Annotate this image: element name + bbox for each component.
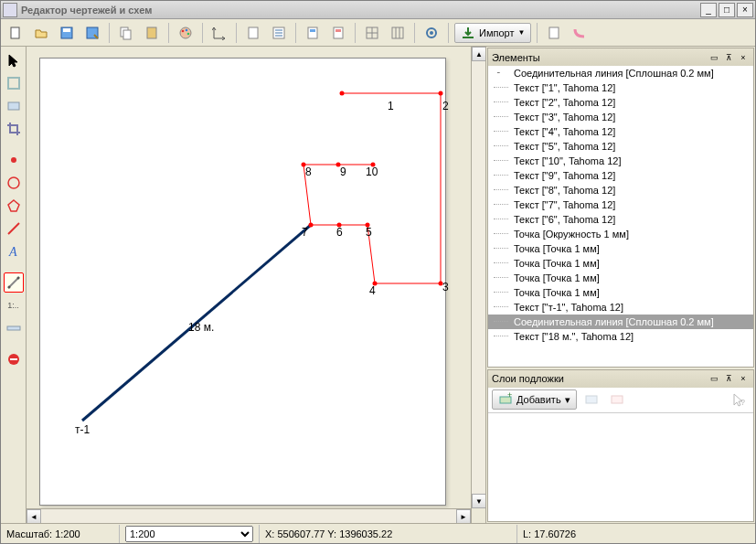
save-as-icon[interactable] — [81, 22, 103, 44]
scroll-up-icon[interactable]: ▲ — [472, 47, 485, 61]
scroll-track[interactable] — [472, 61, 485, 494]
tree-item[interactable]: Текст ["5", Tahoma 12] — [488, 139, 753, 154]
scroll-track[interactable] — [41, 509, 456, 523]
copy-icon[interactable] — [115, 22, 137, 44]
vertex-label: 2 — [442, 101, 449, 112]
scale-tool-icon[interactable]: 1:.. — [4, 295, 24, 315]
list-icon[interactable] — [268, 22, 290, 44]
delete-tool-icon[interactable] — [4, 349, 24, 369]
tree-item[interactable]: Текст ["6", Tahoma 12] — [488, 212, 753, 227]
scroll-down-icon[interactable]: ▼ — [472, 494, 485, 508]
layers-list[interactable] — [488, 413, 753, 521]
separator-icon — [202, 23, 203, 43]
tree-item[interactable]: Точка [Точка 1 мм] — [488, 271, 753, 285]
tree-item[interactable]: Текст ["4", Tahoma 12] — [488, 124, 753, 139]
elements-panel-header: Элементы ▭ ⊼ × — [488, 48, 753, 66]
tree-item[interactable]: Соединительная линия [Сплошная 0.2 мм] — [488, 66, 753, 80]
tree-item[interactable]: Точка [Окружность 1 мм] — [488, 227, 753, 241]
vertical-scrollbar[interactable]: ▲ ▼ — [471, 47, 485, 523]
tree-item[interactable]: Текст ["10", Tahoma 12] — [488, 154, 753, 168]
point-tool-icon[interactable] — [4, 150, 24, 170]
panel-close-icon[interactable]: × — [737, 51, 750, 64]
export2-icon[interactable] — [569, 22, 591, 44]
svg-rect-18 — [334, 27, 343, 38]
tree-item[interactable]: Точка [Точка 1 мм] — [488, 241, 753, 256]
settings-icon[interactable] — [421, 22, 442, 44]
ruler-tool-icon[interactable] — [4, 318, 24, 338]
open-icon[interactable] — [30, 22, 52, 44]
crop-tool-icon[interactable] — [4, 119, 24, 139]
add-layer-button[interactable]: + Добавить ▾ — [492, 389, 577, 410]
panel-float-icon[interactable]: ▭ — [708, 51, 720, 64]
polygon-tool-icon[interactable] — [4, 196, 24, 216]
tree-item[interactable]: Текст ["2", Tahoma 12] — [488, 95, 753, 110]
layers-panel-header: Слои подложки ▭ ⊼ × — [488, 370, 753, 388]
maximize-button[interactable]: □ — [719, 3, 735, 17]
svg-rect-23 — [392, 27, 403, 38]
tree-item[interactable]: Текст ["18 м.", Tahoma 12] — [488, 329, 753, 344]
drawing-svg — [40, 59, 447, 507]
text-tool-icon[interactable]: A — [4, 241, 24, 261]
doc1-icon[interactable] — [302, 22, 324, 44]
pan-tool-icon[interactable] — [4, 73, 24, 93]
measure-tool-icon[interactable] — [4, 272, 24, 293]
tree-item[interactable]: Текст ["8", Tahoma 12] — [488, 183, 753, 197]
panel-pin-icon[interactable]: ⊼ — [722, 372, 735, 385]
svg-point-32 — [11, 157, 16, 163]
rect-tool-icon[interactable] — [4, 96, 24, 116]
doc2-icon[interactable] — [327, 22, 349, 44]
import-button[interactable]: Импорт ▼ — [454, 23, 531, 43]
tree-item[interactable]: Текст ["9", Tahoma 12] — [488, 168, 753, 183]
grid1-icon[interactable] — [361, 22, 383, 44]
svg-rect-19 — [335, 29, 341, 32]
export1-icon[interactable] — [543, 22, 565, 44]
panel-pin-icon[interactable]: ⊼ — [722, 51, 735, 64]
tree-item[interactable]: Текст ["т-1", Tahoma 12] — [488, 300, 753, 315]
svg-rect-5 — [123, 30, 131, 39]
svg-rect-41 — [10, 358, 17, 360]
svg-point-7 — [180, 27, 191, 38]
svg-text:+: + — [507, 392, 512, 400]
elements-tree[interactable]: Соединительная линия [Сплошная 0.2 мм]Те… — [488, 66, 753, 367]
layers-body: + Добавить ▾ ? — [488, 388, 753, 521]
close-button[interactable]: × — [737, 3, 753, 17]
select-tool-icon[interactable] — [4, 50, 24, 70]
scroll-left-icon[interactable]: ◄ — [27, 509, 41, 523]
tree-item[interactable]: Точка [Точка 1 мм] — [488, 285, 753, 300]
scale-select[interactable]: 1:200 — [125, 526, 253, 542]
page-icon[interactable] — [242, 22, 264, 44]
separator-icon — [448, 23, 449, 43]
new-icon[interactable] — [5, 22, 27, 44]
paste-icon[interactable] — [141, 22, 163, 44]
drawing-canvas[interactable]: 1 2 3 4 5 6 7 8 9 10 т-1 18 м. — [39, 58, 446, 506]
horizontal-scrollbar[interactable]: ◄ ► — [27, 508, 471, 523]
svg-rect-57 — [612, 396, 623, 403]
svg-point-9 — [186, 28, 188, 31]
tree-item[interactable]: Текст ["1", Tahoma 12] — [488, 80, 753, 95]
palette-icon[interactable] — [175, 22, 197, 44]
vertex-label: 8 — [305, 166, 312, 177]
panel-float-icon[interactable]: ▭ — [708, 372, 720, 385]
tree-item[interactable]: Точка [Точка 1 мм] — [488, 256, 753, 271]
layer-help-icon[interactable]: ? — [728, 389, 750, 411]
tree-item[interactable]: Текст ["3", Tahoma 12] — [488, 110, 753, 124]
separator-icon — [168, 23, 169, 43]
plus-icon: + — [498, 392, 513, 407]
line-tool-icon[interactable] — [4, 219, 24, 239]
grid2-icon[interactable] — [387, 22, 409, 44]
circle-tool-icon[interactable] — [4, 173, 24, 193]
app-icon — [3, 3, 17, 17]
panel-close-icon[interactable]: × — [737, 372, 750, 385]
tree-item[interactable]: Соединительная линия [Сплошная 0.2 мм] — [488, 315, 753, 329]
svg-point-10 — [187, 32, 190, 35]
layer-delete-icon[interactable] — [606, 389, 628, 411]
scroll-right-icon[interactable]: ► — [456, 509, 471, 523]
svg-point-8 — [182, 29, 185, 32]
tree-item[interactable]: Текст ["7", Tahoma 12] — [488, 197, 753, 212]
save-icon[interactable] — [56, 22, 78, 44]
minimize-button[interactable]: _ — [700, 3, 717, 17]
layer-edit-icon[interactable] — [580, 389, 602, 411]
axis-icon[interactable] — [208, 22, 230, 44]
svg-rect-6 — [147, 27, 156, 38]
vertex-label: 5 — [366, 227, 372, 238]
